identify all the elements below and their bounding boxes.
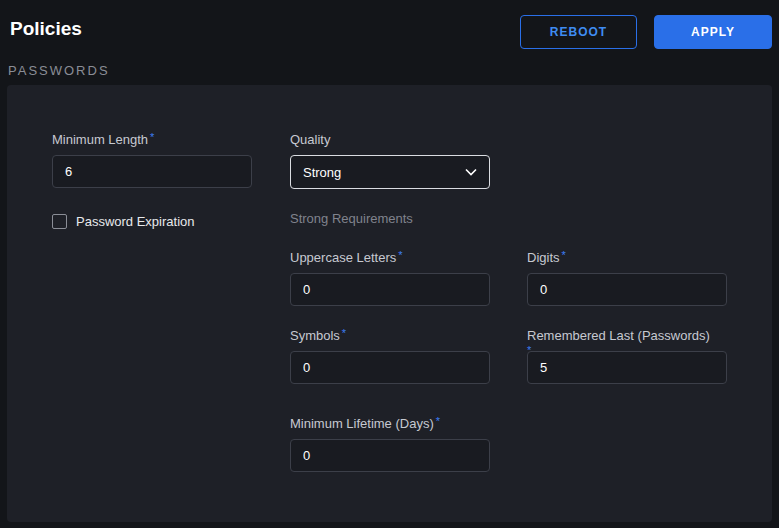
password-expiration-label: Password Expiration — [76, 214, 195, 229]
minimum-lifetime-input[interactable] — [290, 439, 490, 472]
symbols-input[interactable] — [290, 351, 490, 384]
minimum-length-label: Minimum Length* — [52, 132, 154, 147]
page-title: Policies — [10, 18, 82, 40]
digits-input[interactable] — [527, 273, 727, 306]
password-expiration-checkbox[interactable] — [52, 214, 67, 229]
minimum-lifetime-label: Minimum Lifetime (Days)* — [290, 416, 440, 431]
apply-button[interactable]: APPLY — [654, 15, 772, 49]
required-marker: * — [398, 249, 402, 261]
reboot-button[interactable]: REBOOT — [520, 15, 637, 49]
required-marker: * — [562, 249, 566, 261]
uppercase-letters-label: Uppercase Letters* — [290, 250, 403, 265]
quality-select-value: Strong — [303, 165, 341, 180]
section-label-passwords: PASSWORDS — [8, 63, 110, 78]
required-marker: * — [342, 327, 346, 339]
digits-label: Digits* — [527, 250, 566, 265]
quality-select[interactable]: Strong — [290, 155, 490, 189]
chevron-down-icon — [465, 168, 477, 176]
required-marker: * — [436, 415, 440, 427]
password-expiration-row[interactable]: Password Expiration — [52, 214, 195, 229]
passwords-panel: Minimum Length* Quality Strong Password … — [7, 85, 772, 522]
symbols-label: Symbols* — [290, 328, 346, 343]
uppercase-letters-input[interactable] — [290, 273, 490, 306]
strong-requirements-label: Strong Requirements — [290, 211, 413, 226]
remembered-last-input[interactable] — [527, 351, 727, 384]
quality-label: Quality — [290, 132, 330, 147]
required-marker: * — [150, 131, 154, 143]
minimum-length-input[interactable] — [52, 155, 252, 188]
